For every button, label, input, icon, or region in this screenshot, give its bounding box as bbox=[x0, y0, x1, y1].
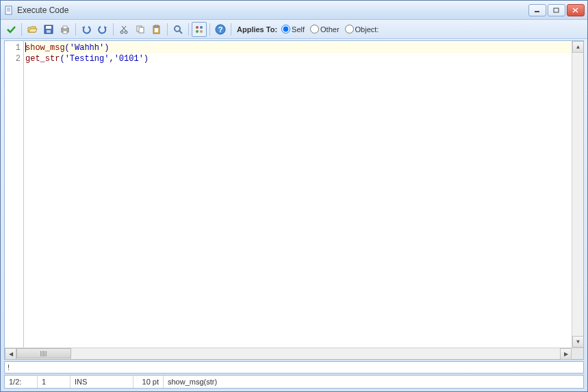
applies-to-radio-group: Self Other Object: bbox=[281, 25, 383, 34]
status-column: 1 bbox=[38, 376, 71, 388]
toolbar-separator bbox=[113, 23, 114, 36]
scroll-right-icon[interactable]: ▶ bbox=[560, 348, 572, 360]
svg-point-17 bbox=[125, 31, 127, 34]
status-position: 1/2: bbox=[5, 376, 38, 388]
search-button[interactable] bbox=[170, 22, 186, 37]
confirm-button[interactable] bbox=[3, 22, 18, 37]
code-line[interactable]: get_str('Testing','0101') bbox=[25, 53, 572, 64]
svg-point-16 bbox=[120, 31, 123, 34]
radio-other[interactable] bbox=[310, 25, 319, 34]
svg-rect-23 bbox=[155, 25, 158, 27]
window-controls bbox=[528, 4, 585, 16]
scroll-up-icon[interactable]: ▲ bbox=[572, 41, 583, 53]
svg-rect-13 bbox=[63, 31, 67, 34]
open-button[interactable] bbox=[25, 22, 40, 37]
editor-body: 1 2 show_msg('Wahhh') get_str('Testing',… bbox=[5, 41, 583, 348]
status-font-size: 10 pt bbox=[133, 376, 164, 388]
svg-rect-5 bbox=[554, 8, 559, 12]
toolbar-separator bbox=[21, 23, 22, 36]
scroll-down-icon[interactable]: ▼ bbox=[572, 336, 583, 348]
print-button[interactable] bbox=[57, 22, 73, 37]
radio-object[interactable] bbox=[345, 25, 354, 34]
horizontal-scrollbar[interactable]: ◀ ▶ bbox=[5, 348, 583, 359]
radio-self-label[interactable]: Self bbox=[292, 25, 305, 34]
status-insert-mode: INS bbox=[71, 376, 133, 388]
copy-button[interactable] bbox=[133, 22, 148, 37]
vertical-scrollbar[interactable]: ▲ ▼ bbox=[572, 41, 583, 348]
titlebar[interactable]: Execute Code bbox=[1, 1, 587, 20]
window: Execute Code bbox=[0, 0, 588, 392]
code-line[interactable]: show_msg('Wahhh') bbox=[25, 42, 572, 53]
toolbar-separator bbox=[209, 23, 210, 36]
code-editor: 1 2 show_msg('Wahhh') get_str('Testing',… bbox=[4, 40, 584, 360]
document-icon bbox=[3, 5, 14, 16]
svg-rect-24 bbox=[155, 28, 158, 32]
scroll-left-icon[interactable]: ◀ bbox=[5, 348, 16, 360]
toolbar-separator bbox=[167, 23, 168, 36]
svg-line-26 bbox=[179, 31, 182, 34]
svg-point-25 bbox=[175, 26, 180, 31]
line-number: 2 bbox=[5, 53, 21, 64]
scroll-track[interactable] bbox=[16, 348, 560, 359]
minimize-button[interactable] bbox=[528, 4, 546, 16]
maximize-button[interactable] bbox=[548, 4, 565, 16]
applies-to-label: Applies To: bbox=[237, 25, 277, 34]
toolbar-separator bbox=[231, 23, 231, 36]
svg-rect-21 bbox=[139, 27, 144, 33]
svg-rect-0 bbox=[5, 6, 12, 14]
status-hint: show_msg(str) bbox=[164, 376, 583, 388]
close-button[interactable] bbox=[567, 4, 585, 16]
code-area[interactable]: show_msg('Wahhh') get_str('Testing','010… bbox=[24, 41, 572, 348]
svg-point-27 bbox=[196, 26, 199, 29]
line-number: 1 bbox=[5, 42, 21, 53]
undo-button[interactable] bbox=[79, 22, 94, 37]
paste-button[interactable] bbox=[149, 22, 164, 37]
radio-object-label[interactable]: Object: bbox=[355, 25, 379, 34]
svg-point-28 bbox=[200, 26, 203, 29]
toolbar-separator bbox=[188, 23, 189, 36]
scroll-thumb[interactable] bbox=[16, 348, 71, 358]
svg-text:?: ? bbox=[218, 25, 223, 34]
text-cursor bbox=[25, 42, 26, 52]
radio-self[interactable] bbox=[281, 25, 290, 34]
status-bar: 1/2: 1 INS 10 pt show_msg(str) bbox=[4, 375, 584, 389]
svg-rect-9 bbox=[46, 26, 51, 29]
scroll-corner bbox=[572, 348, 583, 359]
code-check-button[interactable] bbox=[192, 22, 207, 37]
svg-rect-12 bbox=[63, 26, 67, 29]
svg-rect-10 bbox=[47, 30, 51, 33]
help-button[interactable]: ? bbox=[213, 22, 228, 37]
radio-other-label[interactable]: Other bbox=[320, 25, 340, 34]
svg-point-29 bbox=[196, 30, 199, 33]
toolbar: ? Applies To: Self Other Object: bbox=[1, 20, 587, 39]
line-number-gutter: 1 2 bbox=[5, 41, 24, 348]
message-text: ! bbox=[8, 363, 10, 371]
svg-point-30 bbox=[200, 30, 203, 33]
window-title: Execute Code bbox=[17, 5, 528, 15]
toolbar-separator bbox=[75, 23, 76, 36]
save-button[interactable] bbox=[41, 22, 56, 37]
cut-button[interactable] bbox=[116, 22, 131, 37]
message-bar: ! bbox=[4, 361, 584, 374]
redo-button[interactable] bbox=[95, 22, 110, 37]
